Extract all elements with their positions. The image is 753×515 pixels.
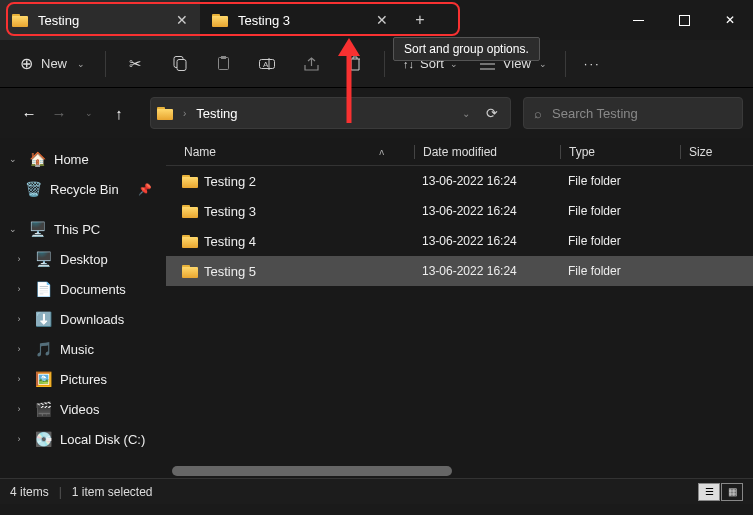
sidebar-item-label: Pictures (60, 372, 107, 387)
up-button[interactable]: ↑ (106, 100, 132, 126)
search-placeholder: Search Testing (552, 106, 638, 121)
sidebar-item-pictures[interactable]: › 🖼️ Pictures (2, 364, 164, 394)
drive-icon: 💽 (34, 431, 52, 447)
chevron-right-icon[interactable]: › (12, 284, 26, 294)
svg-rect-3 (177, 60, 186, 71)
sidebar-item-thispc[interactable]: ⌄ 🖥️ This PC (2, 214, 164, 244)
file-type: File folder (560, 204, 680, 218)
column-type[interactable]: Type (560, 145, 680, 159)
table-row[interactable]: Testing 513-06-2022 16:24File folder (166, 256, 753, 286)
folder-icon (166, 235, 204, 248)
chevron-right-icon: › (183, 108, 186, 119)
recent-dropdown[interactable]: ⌄ (76, 100, 102, 126)
new-button[interactable]: ⊕ New ⌄ (10, 47, 95, 81)
search-input[interactable]: ⌕ Search Testing (523, 97, 743, 129)
column-label: Size (689, 145, 712, 159)
tabs: Testing ✕ Testing 3 ✕ (0, 0, 400, 40)
table-row[interactable]: Testing 413-06-2022 16:24File folder (166, 226, 753, 256)
close-button[interactable]: ✕ (707, 0, 753, 40)
downloads-icon: ⬇️ (34, 311, 52, 327)
file-name: Testing 4 (204, 234, 414, 249)
chevron-right-icon[interactable]: › (12, 374, 26, 384)
chevron-right-icon[interactable]: › (12, 314, 26, 324)
new-tab-button[interactable]: + (400, 0, 440, 40)
navigation-row: ← → ⌄ ↑ › Testing ⌄ ⟳ ⌕ Search Testing (0, 88, 753, 138)
chevron-down-icon[interactable]: ⌄ (6, 224, 20, 234)
horizontal-scrollbar[interactable] (166, 464, 753, 478)
column-label: Date modified (423, 145, 497, 159)
more-button[interactable]: ··· (576, 47, 609, 81)
chevron-right-icon[interactable]: › (12, 344, 26, 354)
pin-icon: 📌 (138, 183, 152, 196)
scroll-thumb[interactable] (172, 466, 452, 476)
chevron-right-icon[interactable]: › (12, 404, 26, 414)
sidebar: ⌄ 🏠 Home 🗑️ Recycle Bin 📌 ⌄ 🖥️ This PC ›… (0, 138, 166, 478)
tab-testing[interactable]: Testing ✕ (0, 0, 200, 40)
item-count: 4 items (10, 485, 49, 499)
copy-button[interactable] (160, 47, 198, 81)
sidebar-item-label: Desktop (60, 252, 108, 267)
maximize-button[interactable] (661, 0, 707, 40)
chevron-down-icon: ⌄ (539, 59, 547, 69)
minimize-button[interactable] (615, 0, 661, 40)
file-pane: Name ʌ Date modified Type Size Testing 2… (166, 138, 753, 478)
sidebar-item-localdisk[interactable]: › 💽 Local Disk (C:) (2, 424, 164, 454)
column-label: Name (184, 145, 216, 159)
sidebar-item-home[interactable]: ⌄ 🏠 Home (2, 144, 164, 174)
cut-button[interactable]: ✂ (116, 47, 154, 81)
folder-icon (166, 265, 204, 278)
folder-icon (157, 107, 173, 120)
svg-rect-1 (679, 15, 689, 25)
address-bar[interactable]: › Testing ⌄ ⟳ (150, 97, 511, 129)
sidebar-item-label: Recycle Bin (50, 182, 119, 197)
sidebar-item-music[interactable]: › 🎵 Music (2, 334, 164, 364)
sidebar-item-documents[interactable]: › 📄 Documents (2, 274, 164, 304)
file-name: Testing 5 (204, 264, 414, 279)
folder-icon (212, 14, 228, 27)
rename-button[interactable]: A (248, 47, 286, 81)
delete-button[interactable] (336, 47, 374, 81)
sidebar-item-label: Local Disk (C:) (60, 432, 145, 447)
tab-testing3[interactable]: Testing 3 ✕ (200, 0, 400, 40)
pc-icon: 🖥️ (28, 221, 46, 237)
close-icon[interactable]: ✕ (368, 6, 396, 34)
column-headers: Name ʌ Date modified Type Size (166, 138, 753, 166)
folder-icon (166, 175, 204, 188)
sidebar-item-videos[interactable]: › 🎬 Videos (2, 394, 164, 424)
sidebar-item-downloads[interactable]: › ⬇️ Downloads (2, 304, 164, 334)
column-date[interactable]: Date modified (414, 145, 560, 159)
close-icon[interactable]: ✕ (168, 6, 196, 34)
documents-icon: 📄 (34, 281, 52, 297)
share-button[interactable] (292, 47, 330, 81)
sidebar-item-recycle[interactable]: 🗑️ Recycle Bin 📌 (2, 174, 164, 204)
breadcrumb-folder[interactable]: Testing (196, 106, 237, 121)
column-size[interactable]: Size (680, 145, 753, 159)
file-date: 13-06-2022 16:24 (414, 264, 560, 278)
view-toggle: ☰ ▦ (698, 483, 743, 501)
plus-icon: ⊕ (20, 54, 33, 73)
refresh-button[interactable]: ⟳ (480, 105, 504, 121)
chevron-right-icon[interactable]: › (12, 434, 26, 444)
svg-rect-4 (218, 58, 228, 70)
details-view-button[interactable]: ☰ (698, 483, 720, 501)
sidebar-item-label: Music (60, 342, 94, 357)
chevron-down-icon[interactable]: ⌄ (462, 108, 470, 119)
main-pane: ⌄ 🏠 Home 🗑️ Recycle Bin 📌 ⌄ 🖥️ This PC ›… (0, 138, 753, 478)
paste-button[interactable] (204, 47, 242, 81)
back-button[interactable]: ← (16, 100, 42, 126)
sidebar-item-desktop[interactable]: › 🖥️ Desktop (2, 244, 164, 274)
table-row[interactable]: Testing 313-06-2022 16:24File folder (166, 196, 753, 226)
forward-button[interactable]: → (46, 100, 72, 126)
file-date: 13-06-2022 16:24 (414, 204, 560, 218)
chevron-right-icon[interactable]: › (12, 254, 26, 264)
folder-icon (12, 14, 28, 27)
table-row[interactable]: Testing 213-06-2022 16:24File folder (166, 166, 753, 196)
column-name[interactable]: Name ʌ (166, 145, 414, 159)
chevron-down-icon[interactable]: ⌄ (6, 154, 20, 164)
grid-view-button[interactable]: ▦ (721, 483, 743, 501)
chevron-down-icon: ⌄ (77, 59, 85, 69)
desktop-icon: 🖥️ (34, 251, 52, 267)
sidebar-item-label: Documents (60, 282, 126, 297)
file-name: Testing 3 (204, 204, 414, 219)
svg-text:A: A (263, 60, 269, 69)
